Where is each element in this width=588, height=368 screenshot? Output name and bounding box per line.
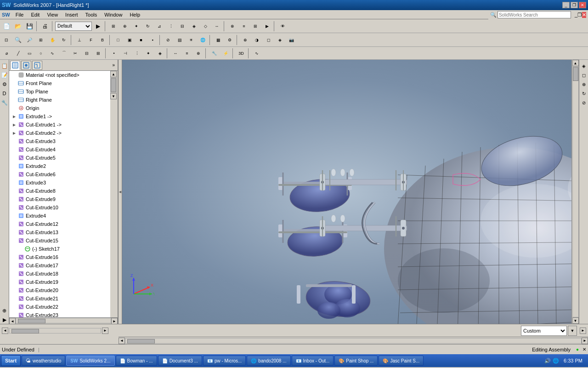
tree-item-cut-extrude1[interactable]: ▶Cut-Extrude1 ->: [9, 121, 110, 129]
tree-item-cut-extrude4[interactable]: Cut-Extrude4: [9, 145, 110, 154]
expand-icon-cut-extrude2[interactable]: ▶: [11, 130, 17, 136]
taskbar-bowman[interactable]: 📄 Bowman - ...: [116, 356, 157, 366]
rt-perspective[interactable]: ◻: [580, 71, 588, 79]
tb-interference[interactable]: ⊗: [227, 21, 238, 32]
config-go-btn[interactable]: ▶: [92, 21, 103, 32]
tb-rotate[interactable]: ↻: [58, 34, 69, 46]
menu-window[interactable]: Window: [101, 11, 126, 18]
tb-lights[interactable]: ☀: [186, 34, 197, 46]
right-scrollbar[interactable]: ▲ ▼: [571, 60, 579, 324]
open-btn[interactable]: 📂: [12, 21, 23, 32]
rt-section[interactable]: ⊘: [580, 98, 588, 107]
tb-move-component[interactable]: ✦: [131, 21, 142, 32]
tb-spline[interactable]: ∿: [47, 48, 58, 59]
tree-hscroll-thumb[interactable]: [18, 319, 45, 323]
menu-insert[interactable]: Insert: [62, 11, 82, 18]
tb-display-pane[interactable]: ▦: [213, 34, 224, 46]
tb-rotate-component[interactable]: ↻: [142, 21, 153, 32]
minimize-btn[interactable]: _: [562, 2, 570, 8]
tree-hscroll-track[interactable]: [16, 318, 111, 323]
tree-scroll-up[interactable]: ▲: [110, 71, 117, 77]
tree-scroll-down[interactable]: ▼: [110, 93, 117, 99]
tb-exploded-view[interactable]: ⊞: [250, 21, 261, 32]
view-hscroll-track[interactable]: [9, 328, 101, 334]
tb-wireframe[interactable]: □: [113, 34, 124, 46]
inner-restore-btn[interactable]: ❐: [577, 12, 582, 18]
taskbar-bando[interactable]: 🌐 bando2008 ...: [247, 356, 290, 366]
sidebar-macro[interactable]: ▶: [0, 316, 9, 324]
menu-help[interactable]: Help: [126, 11, 144, 18]
taskbar-weatherstudio[interactable]: 🌤 weatherstudio: [22, 356, 65, 366]
tb-mirror[interactable]: ⊟: [177, 21, 188, 32]
title-controls[interactable]: _ ❐ ✕: [562, 2, 586, 8]
tb-shaded[interactable]: ▪: [147, 34, 158, 46]
tb-hidden-lines[interactable]: ▣: [124, 34, 135, 46]
tree-item-cut-extrude3[interactable]: Cut-Extrude3: [9, 137, 110, 145]
tb-view-palette[interactable]: ▤: [174, 34, 185, 46]
close-btn[interactable]: ✕: [579, 2, 586, 8]
menu-tools[interactable]: Tools: [82, 11, 101, 18]
expand-icon-cut-extrude1[interactable]: ▶: [11, 121, 17, 128]
tb-rectangle[interactable]: ▭: [24, 48, 35, 59]
tb-view-settings[interactable]: ⚙: [224, 34, 235, 46]
tb-2d-3d[interactable]: 3D: [236, 48, 247, 59]
tb-line[interactable]: ╱: [12, 48, 23, 59]
tree-item-cut-extrude15[interactable]: Cut-Extrude15: [9, 236, 110, 245]
tree-hscroll[interactable]: ◄ ►: [9, 317, 118, 324]
tb-zoom-out[interactable]: 🔎: [24, 34, 35, 46]
tree-item-cut-extrude12[interactable]: Cut-Extrude12: [9, 220, 110, 228]
tree-item-cut-extrude17[interactable]: Cut-Extrude17: [9, 261, 110, 270]
tree-item-cut-extrude18[interactable]: Cut-Extrude18: [9, 270, 110, 278]
tree-item-cut-extrude21[interactable]: Cut-Extrude21: [9, 294, 110, 303]
tb-fillet[interactable]: ⌒: [58, 48, 69, 59]
tb-linear-sketch[interactable]: ⋮: [131, 48, 142, 59]
taskbar-paintshop[interactable]: 🎨 Paint Shop ...: [334, 356, 378, 366]
hscroll-track[interactable]: [125, 338, 582, 344]
new-btn[interactable]: 📄: [1, 21, 12, 32]
tree-scroll-track[interactable]: [110, 77, 117, 93]
sidebar-property-manager[interactable]: 📝: [0, 71, 9, 79]
tree-item-extrude4[interactable]: Extrude4: [9, 212, 110, 220]
print-btn[interactable]: 🖨: [40, 21, 51, 32]
tree-item-cut-extrude10[interactable]: Cut-Extrude10: [9, 203, 110, 212]
tree-item-origin[interactable]: Origin: [9, 104, 110, 112]
tree-scroll-thumb[interactable]: [111, 78, 116, 92]
tb-perspective[interactable]: ◻: [263, 34, 274, 46]
tb-zoom-fit[interactable]: ⊡: [1, 34, 12, 46]
tb-measure[interactable]: ↔: [211, 21, 222, 32]
view-combo-dropdown[interactable]: ▼: [568, 326, 577, 336]
tb-section-view[interactable]: ⊘: [163, 34, 174, 46]
tb-assembly-feature[interactable]: ◈: [188, 21, 199, 32]
tb-shaded-edges[interactable]: ■: [136, 34, 147, 46]
tb-offset[interactable]: ⊟: [81, 48, 92, 59]
expand-icon-extrude1[interactable]: ▶: [11, 113, 17, 120]
tree-item-cut-extrude9[interactable]: Cut-Extrude9: [9, 195, 110, 203]
tree-item-cut-extrude16[interactable]: Cut-Extrude16: [9, 253, 110, 261]
tb-pan[interactable]: ✋: [47, 34, 58, 46]
tb-view-options[interactable]: 👁: [277, 21, 288, 32]
tb-view-front[interactable]: F: [85, 34, 96, 46]
tree-item-cut-extrude2[interactable]: ▶Cut-Extrude2 ->: [9, 129, 110, 137]
hscroll-right[interactable]: ►: [582, 338, 588, 344]
view-hscroll-left[interactable]: ◄: [2, 328, 8, 334]
tb-reference-geometry[interactable]: ◇: [200, 21, 211, 32]
search-input[interactable]: [498, 11, 571, 18]
view-hscroll-right[interactable]: ►: [102, 328, 108, 334]
tree-item-cut-extrude8[interactable]: Cut-Extrude8: [9, 187, 110, 195]
tb-add-relation[interactable]: ↔: [170, 48, 181, 59]
tb-assembly-statistics[interactable]: ≡: [238, 21, 249, 32]
tree-item-sketch17[interactable]: (-) Sketch17: [9, 245, 110, 253]
sidebar-dim-expert[interactable]: D: [0, 89, 9, 98]
rt-zoom-pan[interactable]: ⊕: [580, 80, 588, 88]
view-combo[interactable]: Custom Front Back Isometric: [521, 326, 567, 336]
tree-item-extrude2[interactable]: Extrude2: [9, 162, 110, 170]
tb-repair-sketch[interactable]: 🔧: [209, 48, 220, 59]
sidebar-feature-manager[interactable]: 📋: [0, 62, 9, 70]
bottom-scrollbar[interactable]: ◄ ►: [119, 337, 588, 344]
tb-magnifier[interactable]: ⊕: [240, 34, 251, 46]
tb-zoom-in[interactable]: 🔍: [12, 34, 23, 46]
taskbar-solidworks[interactable]: SW SolidWorks 2...: [66, 356, 114, 366]
tree-hscroll-left[interactable]: ◄: [9, 318, 16, 324]
rt-rotate[interactable]: ↻: [580, 89, 588, 98]
rt-appearance[interactable]: ◈: [580, 62, 588, 70]
